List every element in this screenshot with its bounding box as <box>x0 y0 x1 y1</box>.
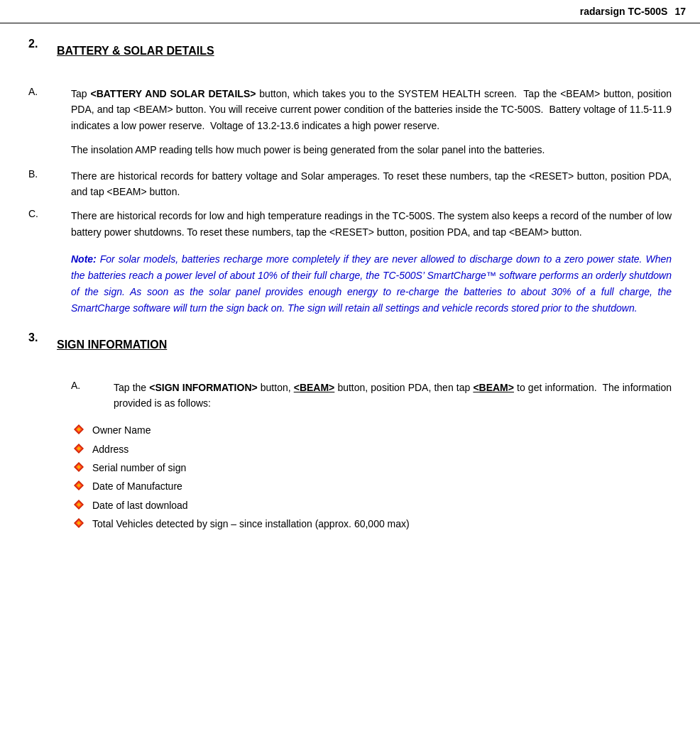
beam-button-label-2: <BEAM> <box>473 382 514 393</box>
bullet-diamond-icon <box>71 480 87 491</box>
item-b-letter: B. <box>28 168 71 180</box>
item-c-content: There are historical records for low and… <box>71 208 672 240</box>
page-header: radarsign TC-500S 17 <box>0 0 700 23</box>
bullet-item: Owner Name <box>71 422 672 438</box>
item-a-content: Tap <BATTERY AND SOLAR DETAILS> button, … <box>71 86 672 133</box>
item-c-letter: C. <box>28 208 71 219</box>
bullet-diamond-icon <box>71 424 87 435</box>
section3-heading: SIGN INFORMATION <box>57 339 167 351</box>
item-b-content: There are historical records for battery… <box>71 168 672 200</box>
insolation-paragraph: The insolation AMP reading tells how muc… <box>71 142 672 158</box>
sign-information-button-label: <SIGN INFORMATION> <box>149 382 257 393</box>
bullet-text: Owner Name <box>92 422 151 438</box>
section2-heading: BATTERY & SOLAR DETAILS <box>57 45 214 57</box>
bullet-item: Date of Manufacture <box>71 478 672 494</box>
section2-number: 2. <box>28 38 57 50</box>
bullet-text: Address <box>92 441 128 457</box>
bullet-item: Address <box>71 441 672 457</box>
section2-heading-row: 2. BATTERY & SOLAR DETAILS <box>28 38 672 72</box>
info-bullet-list: Owner Name Address Serial number of sign… <box>71 422 672 532</box>
note-block: Note: For solar models, batteries rechar… <box>71 251 672 317</box>
bullet-text: Date of Manufacture <box>92 478 182 494</box>
bullet-text: Serial number of sign <box>92 460 186 476</box>
section3-number: 3. <box>28 331 57 344</box>
bullet-item: Date of last download <box>71 498 672 513</box>
section2-item-a: A. Tap <BATTERY AND SOLAR DETAILS> butto… <box>28 86 672 133</box>
note-text: For solar models, batteries recharge mor… <box>71 253 672 314</box>
battery-details-button-label: <BATTERY AND SOLAR DETAILS> <box>90 88 256 99</box>
bullet-diamond-icon <box>71 443 87 454</box>
bullet-diamond-icon <box>71 517 87 529</box>
item-a-letter: A. <box>28 86 71 97</box>
note-label: Note: <box>71 253 97 265</box>
bullet-item: Total Vehicles detected by sign – since … <box>71 516 672 532</box>
bullet-diamond-icon <box>71 499 87 510</box>
section3-heading-row: 3. SIGN INFORMATION <box>28 331 672 365</box>
page-number: 17 <box>674 6 686 17</box>
document-title: radarsign TC-500S <box>580 6 668 17</box>
beam-button-label-1: <BEAM> <box>294 382 335 393</box>
section2-item-c: C. There are historical records for low … <box>28 208 672 240</box>
page-content: 2. BATTERY & SOLAR DETAILS A. Tap <BATTE… <box>0 31 700 549</box>
bullet-diamond-icon <box>71 461 87 473</box>
bullet-item: Serial number of sign <box>71 460 672 476</box>
section3-item-a-content: Tap the <SIGN INFORMATION> button, <BEAM… <box>114 380 672 412</box>
section2-item-b: B. There are historical records for batt… <box>28 168 672 200</box>
section3-item-a-letter: A. <box>71 380 114 391</box>
bullet-text: Date of last download <box>92 498 188 513</box>
section3-item-a: A. Tap the <SIGN INFORMATION> button, <B… <box>71 380 672 412</box>
bullet-text: Total Vehicles detected by sign – since … <box>92 516 410 532</box>
